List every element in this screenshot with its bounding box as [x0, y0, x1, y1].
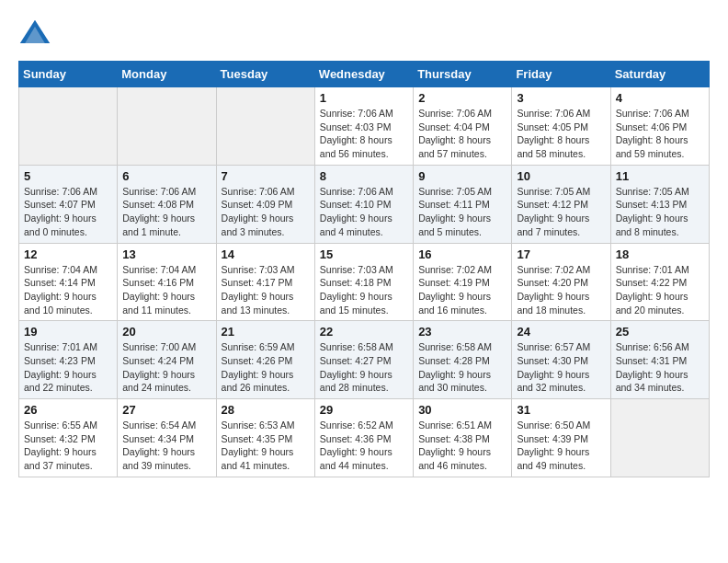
calendar-cell	[216, 87, 314, 166]
calendar-week-row: 26Sunrise: 6:55 AM Sunset: 4:32 PM Dayli…	[19, 399, 710, 477]
day-info: Sunrise: 7:00 AM Sunset: 4:24 PM Dayligh…	[122, 340, 210, 395]
day-info: Sunrise: 7:06 AM Sunset: 4:05 PM Dayligh…	[517, 107, 605, 161]
day-info: Sunrise: 6:53 AM Sunset: 4:35 PM Dayligh…	[222, 419, 310, 473]
calendar-cell	[19, 87, 118, 166]
calendar-cell: 3Sunrise: 7:06 AM Sunset: 4:05 PM Daylig…	[512, 87, 610, 166]
calendar-cell	[118, 87, 216, 166]
calendar-cell: 6Sunrise: 7:06 AM Sunset: 4:08 PM Daylig…	[118, 165, 216, 243]
calendar-week-row: 5Sunrise: 7:06 AM Sunset: 4:07 PM Daylig…	[19, 165, 710, 243]
day-info: Sunrise: 6:55 AM Sunset: 4:32 PM Dayligh…	[24, 419, 112, 473]
calendar-table: SundayMondayTuesdayWednesdayThursdayFrid…	[18, 61, 710, 477]
day-number: 17	[517, 247, 605, 261]
day-number: 11	[616, 169, 704, 183]
day-info: Sunrise: 7:05 AM Sunset: 4:12 PM Dayligh…	[517, 185, 605, 239]
day-info: Sunrise: 7:01 AM Sunset: 4:23 PM Dayligh…	[24, 340, 112, 395]
day-number: 29	[320, 403, 408, 417]
day-number: 7	[222, 169, 310, 183]
day-info: Sunrise: 7:01 AM Sunset: 4:22 PM Dayligh…	[616, 263, 704, 317]
day-of-week-header: Saturday	[610, 62, 709, 87]
day-number: 18	[616, 247, 704, 261]
day-of-week-header: Thursday	[414, 62, 512, 87]
day-number: 21	[222, 325, 310, 339]
day-number: 4	[616, 91, 704, 105]
calendar-cell: 20Sunrise: 7:00 AM Sunset: 4:24 PM Dayli…	[118, 321, 216, 399]
logo	[18, 18, 57, 52]
day-info: Sunrise: 7:06 AM Sunset: 4:08 PM Dayligh…	[122, 185, 210, 239]
day-info: Sunrise: 7:04 AM Sunset: 4:14 PM Dayligh…	[24, 263, 112, 317]
day-info: Sunrise: 6:58 AM Sunset: 4:27 PM Dayligh…	[320, 340, 408, 395]
day-of-week-header: Wednesday	[314, 62, 413, 87]
calendar-cell: 25Sunrise: 6:56 AM Sunset: 4:31 PM Dayli…	[610, 321, 709, 399]
calendar-cell: 19Sunrise: 7:01 AM Sunset: 4:23 PM Dayli…	[19, 321, 118, 399]
page-header	[18, 18, 710, 52]
logo-icon	[18, 18, 51, 52]
day-number: 24	[517, 325, 605, 339]
calendar-cell: 29Sunrise: 6:52 AM Sunset: 4:36 PM Dayli…	[314, 399, 413, 477]
day-of-week-header: Friday	[512, 62, 610, 87]
calendar-cell: 5Sunrise: 7:06 AM Sunset: 4:07 PM Daylig…	[19, 165, 118, 243]
day-number: 19	[24, 325, 112, 339]
day-number: 14	[222, 247, 310, 261]
day-info: Sunrise: 7:05 AM Sunset: 4:13 PM Dayligh…	[616, 185, 704, 239]
day-info: Sunrise: 7:06 AM Sunset: 4:10 PM Dayligh…	[320, 185, 408, 239]
day-info: Sunrise: 7:05 AM Sunset: 4:11 PM Dayligh…	[418, 185, 506, 239]
calendar-cell: 8Sunrise: 7:06 AM Sunset: 4:10 PM Daylig…	[314, 165, 413, 243]
calendar-cell: 2Sunrise: 7:06 AM Sunset: 4:04 PM Daylig…	[414, 87, 512, 166]
calendar-cell: 23Sunrise: 6:58 AM Sunset: 4:28 PM Dayli…	[414, 321, 512, 399]
calendar-cell: 18Sunrise: 7:01 AM Sunset: 4:22 PM Dayli…	[610, 243, 709, 321]
day-info: Sunrise: 6:59 AM Sunset: 4:26 PM Dayligh…	[222, 340, 310, 395]
calendar-cell: 11Sunrise: 7:05 AM Sunset: 4:13 PM Dayli…	[610, 165, 709, 243]
day-number: 20	[122, 325, 210, 339]
day-number: 3	[517, 91, 605, 105]
day-info: Sunrise: 6:51 AM Sunset: 4:38 PM Dayligh…	[418, 419, 506, 473]
calendar-cell: 24Sunrise: 6:57 AM Sunset: 4:30 PM Dayli…	[512, 321, 610, 399]
calendar-cell: 13Sunrise: 7:04 AM Sunset: 4:16 PM Dayli…	[118, 243, 216, 321]
calendar-cell: 22Sunrise: 6:58 AM Sunset: 4:27 PM Dayli…	[314, 321, 413, 399]
calendar-cell: 10Sunrise: 7:05 AM Sunset: 4:12 PM Dayli…	[512, 165, 610, 243]
day-number: 2	[418, 91, 506, 105]
calendar-cell: 12Sunrise: 7:04 AM Sunset: 4:14 PM Dayli…	[19, 243, 118, 321]
day-info: Sunrise: 6:58 AM Sunset: 4:28 PM Dayligh…	[418, 340, 506, 395]
day-of-week-header: Monday	[118, 62, 216, 87]
day-info: Sunrise: 7:06 AM Sunset: 4:06 PM Dayligh…	[616, 107, 704, 161]
day-of-week-header: Tuesday	[216, 62, 314, 87]
day-info: Sunrise: 7:06 AM Sunset: 4:07 PM Dayligh…	[24, 185, 112, 239]
day-number: 6	[122, 169, 210, 183]
day-info: Sunrise: 7:06 AM Sunset: 4:09 PM Dayligh…	[222, 185, 310, 239]
calendar-cell: 15Sunrise: 7:03 AM Sunset: 4:18 PM Dayli…	[314, 243, 413, 321]
day-info: Sunrise: 7:06 AM Sunset: 4:03 PM Dayligh…	[320, 107, 408, 161]
day-info: Sunrise: 6:54 AM Sunset: 4:34 PM Dayligh…	[122, 419, 210, 473]
calendar-week-row: 1Sunrise: 7:06 AM Sunset: 4:03 PM Daylig…	[19, 87, 710, 166]
day-number: 25	[616, 325, 704, 339]
calendar-cell: 28Sunrise: 6:53 AM Sunset: 4:35 PM Dayli…	[216, 399, 314, 477]
calendar-header-row: SundayMondayTuesdayWednesdayThursdayFrid…	[19, 62, 710, 87]
day-info: Sunrise: 6:52 AM Sunset: 4:36 PM Dayligh…	[320, 419, 408, 473]
day-number: 9	[418, 169, 506, 183]
day-number: 27	[122, 403, 210, 417]
calendar-cell: 30Sunrise: 6:51 AM Sunset: 4:38 PM Dayli…	[414, 399, 512, 477]
calendar-cell: 1Sunrise: 7:06 AM Sunset: 4:03 PM Daylig…	[314, 87, 413, 166]
day-number: 22	[320, 325, 408, 339]
day-number: 15	[320, 247, 408, 261]
day-number: 31	[517, 403, 605, 417]
calendar-cell: 14Sunrise: 7:03 AM Sunset: 4:17 PM Dayli…	[216, 243, 314, 321]
calendar-cell: 9Sunrise: 7:05 AM Sunset: 4:11 PM Daylig…	[414, 165, 512, 243]
calendar-cell: 7Sunrise: 7:06 AM Sunset: 4:09 PM Daylig…	[216, 165, 314, 243]
calendar-cell: 21Sunrise: 6:59 AM Sunset: 4:26 PM Dayli…	[216, 321, 314, 399]
day-info: Sunrise: 7:02 AM Sunset: 4:20 PM Dayligh…	[517, 263, 605, 317]
calendar-cell: 16Sunrise: 7:02 AM Sunset: 4:19 PM Dayli…	[414, 243, 512, 321]
day-number: 12	[24, 247, 112, 261]
day-info: Sunrise: 7:06 AM Sunset: 4:04 PM Dayligh…	[418, 107, 506, 161]
day-number: 1	[320, 91, 408, 105]
day-info: Sunrise: 7:03 AM Sunset: 4:17 PM Dayligh…	[222, 263, 310, 317]
calendar-cell: 17Sunrise: 7:02 AM Sunset: 4:20 PM Dayli…	[512, 243, 610, 321]
day-number: 5	[24, 169, 112, 183]
calendar-week-row: 12Sunrise: 7:04 AM Sunset: 4:14 PM Dayli…	[19, 243, 710, 321]
calendar-cell: 27Sunrise: 6:54 AM Sunset: 4:34 PM Dayli…	[118, 399, 216, 477]
calendar-cell: 31Sunrise: 6:50 AM Sunset: 4:39 PM Dayli…	[512, 399, 610, 477]
day-info: Sunrise: 7:04 AM Sunset: 4:16 PM Dayligh…	[122, 263, 210, 317]
day-info: Sunrise: 6:50 AM Sunset: 4:39 PM Dayligh…	[517, 419, 605, 473]
calendar-cell	[610, 399, 709, 477]
day-number: 13	[122, 247, 210, 261]
day-number: 26	[24, 403, 112, 417]
